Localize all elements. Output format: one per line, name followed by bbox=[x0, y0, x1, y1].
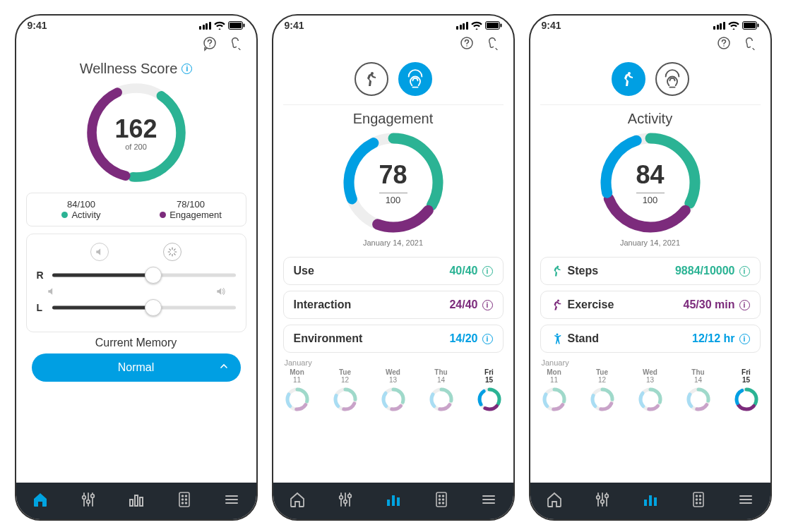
nav-home[interactable] bbox=[32, 491, 49, 511]
svg-point-27 bbox=[185, 495, 186, 497]
hearing-aid-icon[interactable] bbox=[225, 34, 245, 54]
signal-icon bbox=[713, 22, 725, 30]
help-icon[interactable] bbox=[200, 34, 220, 54]
svg-point-4 bbox=[209, 45, 210, 47]
nav-home[interactable] bbox=[289, 491, 306, 511]
engagement-ring: 78 100 bbox=[340, 130, 446, 236]
row-exercise-label: Exercise bbox=[568, 298, 614, 311]
calendar-strip[interactable]: Mon11 Tue12 Wed13 Thu14 Fri15 bbox=[283, 368, 504, 413]
svg-point-76 bbox=[442, 495, 443, 497]
nav-stats[interactable] bbox=[642, 491, 659, 511]
left-volume-slider[interactable] bbox=[52, 301, 236, 315]
loading-icon[interactable] bbox=[163, 243, 181, 261]
svg-rect-73 bbox=[397, 497, 400, 506]
nav-stats[interactable] bbox=[385, 491, 402, 511]
tab-activity[interactable] bbox=[612, 62, 645, 96]
nav-adjust[interactable] bbox=[594, 491, 611, 511]
info-icon[interactable]: i bbox=[482, 266, 493, 277]
help-icon[interactable] bbox=[457, 34, 477, 54]
svg-point-28 bbox=[181, 499, 183, 500]
svg-point-17 bbox=[83, 496, 86, 500]
volume-card: R L bbox=[26, 234, 246, 332]
tab-engagement[interactable] bbox=[398, 62, 432, 96]
dot-teal bbox=[61, 212, 68, 218]
status-icons bbox=[456, 21, 502, 30]
svg-line-15 bbox=[174, 249, 175, 250]
engagement-value: 78 bbox=[379, 160, 407, 190]
mini-ring-icon bbox=[732, 385, 761, 413]
status-bar: 9:41 bbox=[273, 16, 513, 32]
nav-menu[interactable] bbox=[737, 491, 754, 511]
right-volume-slider[interactable] bbox=[52, 268, 236, 282]
hearing-aid-icon[interactable] bbox=[739, 34, 759, 54]
status-icons bbox=[713, 21, 759, 30]
status-bar: 9:41 bbox=[530, 16, 770, 32]
cal-day-active: Fri15 bbox=[475, 368, 504, 413]
svg-rect-72 bbox=[392, 495, 395, 506]
nav-menu[interactable] bbox=[480, 491, 497, 511]
info-icon[interactable]: i bbox=[739, 300, 750, 310]
nav-home[interactable] bbox=[546, 491, 563, 511]
row-use[interactable]: Use 40/40i bbox=[283, 257, 504, 285]
calendar-strip[interactable]: Mon11 Tue12 Wed13 Thu14 Fri15 bbox=[540, 368, 761, 413]
info-icon[interactable]: i bbox=[739, 334, 750, 344]
row-stand[interactable]: Stand 12/12 hri bbox=[540, 325, 761, 353]
nav-adjust[interactable] bbox=[80, 491, 97, 511]
battery-icon bbox=[742, 21, 759, 30]
nav-remote[interactable] bbox=[177, 491, 192, 511]
mini-ring-icon bbox=[475, 385, 504, 413]
svg-point-79 bbox=[439, 502, 440, 504]
info-icon[interactable]: i bbox=[482, 334, 493, 344]
breakdown-card: 84/100 Activity 78/100 Engagement bbox=[26, 193, 246, 226]
svg-point-132 bbox=[699, 502, 701, 504]
svg-rect-123 bbox=[644, 500, 647, 506]
hearing-aid-icon[interactable] bbox=[482, 34, 502, 54]
info-icon[interactable]: i bbox=[482, 300, 493, 310]
svg-point-122 bbox=[605, 495, 609, 498]
help-icon[interactable] bbox=[714, 34, 734, 54]
nav-stats[interactable] bbox=[128, 491, 145, 511]
left-label: L bbox=[37, 302, 47, 313]
page-title: Engagement bbox=[283, 111, 504, 127]
walk-icon bbox=[551, 265, 564, 277]
wifi-icon bbox=[214, 21, 225, 30]
dot-purple bbox=[160, 212, 166, 218]
svg-line-11 bbox=[174, 253, 175, 255]
tab-activity[interactable] bbox=[355, 62, 388, 96]
svg-point-95 bbox=[557, 300, 559, 302]
mini-ring-icon bbox=[427, 385, 455, 413]
page-title: Activity bbox=[540, 111, 761, 127]
status-time: 9:41 bbox=[542, 20, 561, 31]
svg-rect-86 bbox=[757, 24, 758, 28]
screen-activity: 9:41 Activity bbox=[529, 14, 772, 521]
svg-rect-25 bbox=[179, 492, 189, 507]
svg-point-26 bbox=[181, 495, 183, 497]
nav-remote[interactable] bbox=[691, 491, 706, 511]
row-exercise[interactable]: Exercise 45/30 mini bbox=[540, 291, 761, 319]
svg-line-10 bbox=[169, 249, 171, 250]
row-environment[interactable]: Environment 14/20i bbox=[283, 325, 504, 353]
row-stand-label: Stand bbox=[568, 332, 599, 345]
svg-point-131 bbox=[696, 502, 697, 504]
screen-wellness: 9:41 Wellness Score i bbox=[15, 14, 258, 521]
engagement-score: 78/100 bbox=[177, 199, 205, 210]
nav-remote[interactable] bbox=[434, 491, 449, 511]
mute-icon[interactable] bbox=[90, 243, 109, 261]
svg-rect-24 bbox=[140, 497, 143, 506]
stand-icon bbox=[551, 332, 564, 345]
row-interaction[interactable]: Interaction 24/40i bbox=[283, 291, 504, 319]
svg-rect-71 bbox=[387, 500, 390, 506]
mini-ring-icon bbox=[588, 385, 617, 413]
svg-point-80 bbox=[442, 502, 443, 504]
row-environment-label: Environment bbox=[294, 332, 363, 345]
row-steps[interactable]: Steps 9884/10000i bbox=[540, 257, 761, 285]
activity-ring: 84 100 bbox=[597, 130, 703, 236]
nav-adjust[interactable] bbox=[337, 491, 354, 511]
tab-engagement[interactable] bbox=[655, 62, 689, 96]
bottom-nav bbox=[273, 483, 513, 519]
memory-selector[interactable]: Normal bbox=[32, 353, 241, 382]
nav-menu[interactable] bbox=[223, 491, 240, 511]
info-icon[interactable]: i bbox=[739, 266, 750, 277]
run-icon bbox=[551, 298, 564, 311]
info-icon[interactable]: i bbox=[181, 64, 192, 74]
